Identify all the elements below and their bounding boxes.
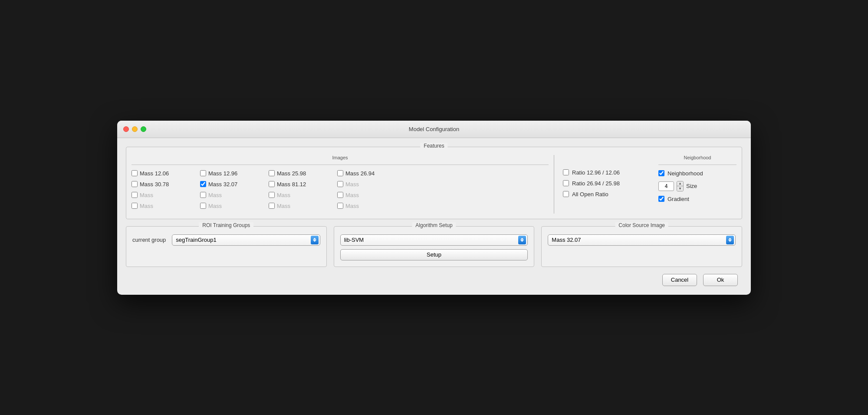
checkbox-mass3078[interactable] bbox=[132, 181, 138, 187]
roi-legend: ROI Training Groups bbox=[199, 222, 253, 228]
check-massB[interactable]: Mass bbox=[200, 192, 256, 198]
checkbox-massD[interactable] bbox=[337, 192, 343, 198]
algo-select-wrapper: lib-SVM Random Forest Neural Net bbox=[340, 234, 528, 246]
label-mass2694: Mass 26.94 bbox=[345, 170, 375, 177]
group-select-wrapper: segTrainGroup1 segTrainGroup2 segTrainGr… bbox=[172, 234, 320, 246]
group-select[interactable]: segTrainGroup1 segTrainGroup2 segTrainGr… bbox=[172, 234, 320, 246]
features-legend: Features bbox=[420, 143, 447, 149]
check-mass1296[interactable]: Mass 12.96 bbox=[200, 170, 256, 177]
label-neighborhood: Neighborhood bbox=[667, 170, 703, 177]
checkbox-mass2598[interactable] bbox=[269, 170, 275, 176]
check-massE[interactable]: Mass bbox=[132, 203, 188, 209]
checkbox-massF[interactable] bbox=[200, 203, 206, 209]
checkbox-massA[interactable] bbox=[132, 192, 138, 198]
section-dividers: Images Mass 12.06 Mass 12.96 bbox=[132, 155, 736, 214]
algo-select[interactable]: lib-SVM Random Forest Neural Net bbox=[340, 234, 528, 246]
label-massD: Mass bbox=[345, 192, 359, 198]
checkbox-row-1: Mass 12.06 Mass 12.96 Mass 25.98 bbox=[132, 170, 549, 177]
bottom-sections: ROI Training Groups current group segTra… bbox=[126, 226, 742, 267]
ratio-row-1: Ratio 12.96 / 12.06 bbox=[563, 169, 650, 176]
checkbox-neighborhood[interactable] bbox=[658, 170, 664, 176]
label-mass2598: Mass 25.98 bbox=[277, 170, 306, 177]
ok-button[interactable]: Ok bbox=[703, 274, 738, 286]
checkbox-row-4: Mass Mass Mass bbox=[132, 203, 549, 209]
label-massF: Mass bbox=[208, 203, 222, 209]
color-select[interactable]: Mass 32.07 Mass 12.06 Mass 12.96 Mass 25… bbox=[548, 234, 736, 246]
label-all-open-ratio: All Open Ratio bbox=[572, 191, 608, 198]
features-section: Features Images Mass 12.06 bbox=[126, 147, 742, 219]
check-mass8112[interactable]: Mass 81.12 bbox=[269, 181, 325, 188]
right-section: Ratio 12.96 / 12.06 Ratio 26.94 / 25.98 … bbox=[554, 155, 736, 214]
close-button[interactable] bbox=[123, 126, 129, 132]
checkbox-massX[interactable] bbox=[337, 181, 343, 187]
size-increment[interactable]: ▲ bbox=[677, 181, 683, 186]
current-group-label: current group bbox=[132, 237, 166, 243]
check-mass2598[interactable]: Mass 25.98 bbox=[269, 170, 325, 177]
check-massX[interactable]: Mass bbox=[337, 181, 394, 188]
setup-button[interactable]: Setup bbox=[340, 249, 528, 260]
checkbox-massH[interactable] bbox=[337, 203, 343, 209]
color-source-section: Color Source Image Mass 32.07 Mass 12.06… bbox=[541, 226, 742, 267]
checkbox-massB[interactable] bbox=[200, 192, 206, 198]
checkbox-row-3: Mass Mass Mass bbox=[132, 192, 549, 198]
label-mass3078: Mass 30.78 bbox=[140, 181, 169, 188]
checkbox-massG[interactable] bbox=[269, 203, 275, 209]
check-mass1206[interactable]: Mass 12.06 bbox=[132, 170, 188, 177]
checkbox-gradient[interactable] bbox=[658, 196, 664, 202]
color-select-wrapper: Mass 32.07 Mass 12.06 Mass 12.96 Mass 25… bbox=[548, 234, 736, 246]
checkbox-massE[interactable] bbox=[132, 203, 138, 209]
neighborhood-row: Neighborhood bbox=[658, 170, 736, 177]
checkbox-massC[interactable] bbox=[269, 192, 275, 198]
label-massE: Mass bbox=[140, 203, 153, 209]
label-massX: Mass bbox=[345, 181, 359, 188]
algo-inner: lib-SVM Random Forest Neural Net Setup bbox=[340, 234, 528, 260]
window-title: Model Configuration bbox=[409, 126, 459, 132]
size-label: Size bbox=[686, 183, 697, 189]
titlebar: Model Configuration bbox=[117, 121, 751, 138]
cancel-button[interactable]: Cancel bbox=[662, 274, 697, 286]
label-massG: Mass bbox=[277, 203, 290, 209]
color-legend: Color Source Image bbox=[615, 222, 668, 228]
label-massH: Mass bbox=[345, 203, 359, 209]
checkbox-mass1296[interactable] bbox=[200, 170, 206, 176]
roi-row: current group segTrainGroup1 segTrainGro… bbox=[132, 234, 320, 246]
label-massC: Mass bbox=[277, 192, 290, 198]
check-mass2694[interactable]: Mass 26.94 bbox=[337, 170, 394, 177]
check-mass3078[interactable]: Mass 30.78 bbox=[132, 181, 188, 188]
check-massA[interactable]: Mass bbox=[132, 192, 188, 198]
checkbox-mass1206[interactable] bbox=[132, 170, 138, 176]
check-massC[interactable]: Mass bbox=[269, 192, 325, 198]
label-gradient: Gradient bbox=[667, 196, 689, 202]
main-window: Model Configuration Features Images Mass… bbox=[117, 121, 751, 295]
label-massA: Mass bbox=[140, 192, 153, 198]
minimize-button[interactable] bbox=[132, 126, 138, 132]
algo-legend: Algorithm Setup bbox=[412, 222, 456, 228]
size-spinner-arrows[interactable]: ▲ ▼ bbox=[677, 181, 684, 191]
ratio-subsection: Ratio 12.96 / 12.06 Ratio 26.94 / 25.98 … bbox=[563, 155, 650, 214]
check-massF[interactable]: Mass bbox=[200, 203, 256, 209]
label-ratio1296-1206: Ratio 12.96 / 12.06 bbox=[572, 169, 620, 176]
images-label: Images bbox=[132, 155, 549, 165]
size-spinner-value: 4 bbox=[658, 181, 674, 191]
label-mass1296: Mass 12.96 bbox=[208, 170, 237, 177]
ratio-row-2: Ratio 26.94 / 25.98 bbox=[563, 180, 650, 187]
window-body: Features Images Mass 12.06 bbox=[117, 138, 751, 295]
check-mass3207[interactable]: Mass 32.07 bbox=[200, 181, 256, 188]
checkbox-all-open-ratio[interactable] bbox=[563, 191, 569, 197]
checkbox-ratio2694-2598[interactable] bbox=[563, 180, 569, 186]
traffic-lights bbox=[123, 126, 146, 132]
check-massD[interactable]: Mass bbox=[337, 192, 394, 198]
size-decrement[interactable]: ▼ bbox=[677, 186, 683, 191]
size-row: 4 ▲ ▼ Size bbox=[658, 181, 736, 191]
neigh-section-label: Neigborhood bbox=[658, 155, 736, 165]
neighborhood-subsection: Neigborhood Neighborhood 4 ▲ bbox=[658, 155, 736, 214]
label-ratio2694-2598: Ratio 26.94 / 25.98 bbox=[572, 180, 620, 187]
maximize-button[interactable] bbox=[141, 126, 146, 132]
features-inner: Images Mass 12.06 Mass 12.96 bbox=[132, 147, 736, 214]
checkbox-mass8112[interactable] bbox=[269, 181, 275, 187]
checkbox-mass3207[interactable] bbox=[200, 181, 206, 187]
check-massH[interactable]: Mass bbox=[337, 203, 394, 209]
checkbox-ratio1296-1206[interactable] bbox=[563, 169, 569, 175]
checkbox-mass2694[interactable] bbox=[337, 170, 343, 176]
check-massG[interactable]: Mass bbox=[269, 203, 325, 209]
